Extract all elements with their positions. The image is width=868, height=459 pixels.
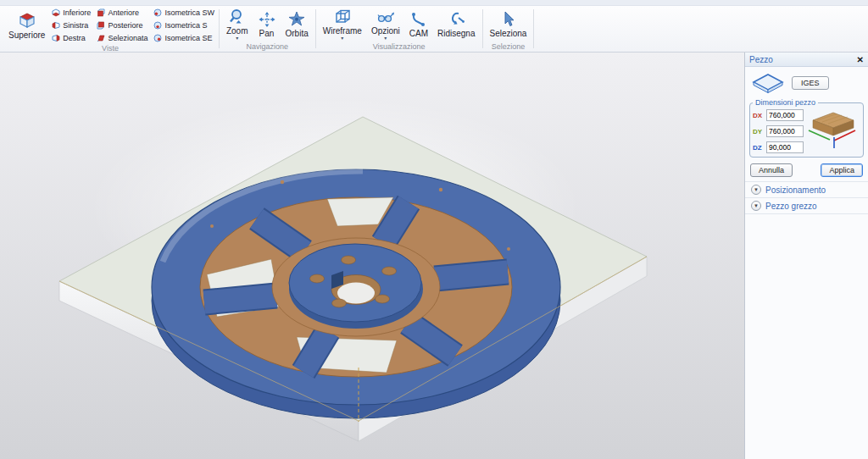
cad-cam-application: Superiore Inferiore Sinistra Destra — [0, 0, 868, 459]
orbita-label: Orbita — [286, 29, 309, 38]
pezzo-panel: Pezzo ✕ IGES Dimensioni pezzo — [744, 53, 868, 459]
cam-button[interactable]: CAM — [407, 10, 431, 39]
group-label-selezione: Selezione — [487, 42, 530, 52]
apply-button[interactable]: Applica — [821, 163, 863, 177]
chevron-down-icon[interactable]: ▾ — [236, 36, 238, 41]
dimension-fields: DX DY DZ — [753, 108, 804, 153]
chevron-down-icon[interactable]: ▼ — [751, 185, 761, 195]
opzioni-label: Opzioni — [371, 26, 400, 36]
isometric-view-icon — [153, 21, 162, 30]
cube-top-view-icon — [16, 11, 38, 30]
group-label-visualizzazione: Visualizzazione — [320, 42, 478, 52]
section-pezzo-grezzo-label: Pezzo grezzo — [765, 202, 817, 211]
section-pezzo-grezzo[interactable]: ▼ Pezzo grezzo — [745, 198, 868, 214]
close-icon[interactable]: ✕ — [857, 55, 864, 64]
view-anteriore-button[interactable]: Anteriore — [97, 8, 147, 17]
dimensions-title: Dimensioni pezzo — [753, 98, 818, 107]
glasses-icon — [376, 8, 395, 25]
panel-header: Pezzo ✕ — [745, 53, 868, 67]
zoom-label: Zoom — [226, 26, 248, 36]
dz-input[interactable] — [766, 141, 804, 153]
view-inferiore-button[interactable]: Inferiore — [52, 8, 91, 17]
pan-button[interactable]: Pan — [255, 10, 279, 39]
view-sinistra-button[interactable]: Sinistra — [52, 21, 91, 30]
cube-face-icon — [97, 34, 105, 42]
view-isometrica-s-button[interactable]: Isometrica S — [153, 21, 214, 30]
dx-row: DX — [753, 109, 804, 121]
view-superiore-button[interactable]: Superiore — [6, 10, 47, 41]
seleziona-label: Seleziona — [490, 29, 527, 38]
panel-buttons: Annulla Applica — [745, 160, 868, 181]
cube-face-icon — [97, 21, 105, 30]
ribbon-group-viste: Superiore Inferiore Sinistra Destra — [2, 6, 219, 52]
view-buttons-grid: Inferiore Sinistra Destra Anteriore — [52, 7, 214, 44]
cursor-arrow-icon — [498, 11, 517, 28]
cancel-button[interactable]: Annulla — [750, 163, 793, 177]
cube-face-icon — [97, 8, 105, 17]
ridisegna-label: Ridisegna — [437, 29, 475, 38]
dimensions-groupbox: Dimensioni pezzo DX DY DZ — [749, 98, 864, 158]
panel-title: Pezzo — [749, 55, 773, 64]
redraw-icon — [447, 11, 465, 28]
section-posizionamento[interactable]: ▼ Posizionamento — [745, 182, 868, 198]
cube-face-icon — [52, 8, 60, 17]
view-superiore-label: Superiore — [8, 30, 45, 40]
chevron-down-icon[interactable]: ▾ — [341, 36, 343, 41]
ribbon-group-selezione: Seleziona Selezione — [483, 6, 534, 52]
ribbon-group-visualizzazione: Wireframe ▾ Opzioni ▾ CAM — [316, 6, 482, 52]
dz-row: DZ — [753, 141, 804, 153]
magnifier-icon — [228, 8, 247, 25]
dx-label: DX — [753, 112, 764, 119]
view-label: Isometrica S — [164, 21, 207, 30]
stock-diamond-icon — [752, 72, 784, 94]
ribbon-group-navigazione: Zoom ▾ Pan Orbita Navigazione — [220, 6, 315, 52]
isometric-view-icon — [153, 8, 162, 17]
group-label-navigazione: Navigazione — [224, 42, 311, 52]
wireframe-cube-icon — [333, 8, 352, 25]
cube-face-icon — [52, 34, 60, 42]
collapsible-sections: ▼ Posizionamento ▼ Pezzo grezzo — [745, 181, 868, 214]
view-label: Destra — [63, 34, 86, 42]
view-label: Posteriore — [108, 21, 142, 30]
pan-arrows-icon — [258, 11, 276, 28]
zoom-button[interactable]: Zoom ▾ — [224, 8, 251, 41]
orbita-button[interactable]: Orbita — [283, 10, 311, 39]
chevron-down-icon[interactable]: ▼ — [751, 201, 761, 211]
main-area: Pezzo ✕ IGES Dimensioni pezzo — [0, 53, 868, 459]
wireframe-label: Wireframe — [323, 26, 362, 36]
viewport-3d[interactable] — [0, 53, 744, 459]
toolpath-icon — [409, 11, 428, 28]
dy-row: DY — [753, 125, 804, 137]
view-label: Isometrica SW — [164, 8, 214, 17]
ridisegna-button[interactable]: Ridisegna — [435, 10, 477, 39]
wireframe-button[interactable]: Wireframe ▾ — [320, 8, 364, 41]
seleziona-button[interactable]: Seleziona — [487, 10, 530, 39]
3d-scene — [0, 53, 744, 459]
iges-button[interactable]: IGES — [792, 76, 829, 90]
dy-input[interactable] — [766, 125, 804, 137]
dz-label: DZ — [753, 144, 764, 152]
dy-label: DY — [753, 128, 764, 135]
view-label: Inferiore — [63, 8, 91, 17]
section-posizionamento-label: Posizionamento — [765, 185, 826, 195]
window-top-strip — [0, 0, 868, 6]
orbit-icon — [287, 11, 306, 28]
view-isometrica-sw-button[interactable]: Isometrica SW — [153, 8, 214, 17]
view-isometrica-se-button[interactable]: Isometrica SE — [153, 34, 214, 42]
ribbon-separator — [533, 9, 534, 48]
view-posteriore-button[interactable]: Posteriore — [97, 21, 147, 30]
pan-label: Pan — [259, 29, 275, 38]
chevron-down-icon[interactable]: ▾ — [384, 36, 387, 41]
ribbon-toolbar: Superiore Inferiore Sinistra Destra — [0, 6, 868, 53]
dx-input[interactable] — [766, 109, 804, 121]
stock-preview-image — [806, 108, 857, 152]
isometric-view-icon — [153, 34, 162, 42]
view-destra-button[interactable]: Destra — [52, 34, 91, 42]
cam-label: CAM — [409, 29, 428, 38]
view-selezionata-button[interactable]: Selezionata — [97, 34, 147, 42]
cube-face-icon — [52, 21, 60, 30]
view-label: Anteriore — [108, 8, 139, 17]
view-label: Isometrica SE — [164, 34, 212, 42]
view-label: Selezionata — [108, 34, 147, 42]
opzioni-button[interactable]: Opzioni ▾ — [369, 8, 403, 41]
